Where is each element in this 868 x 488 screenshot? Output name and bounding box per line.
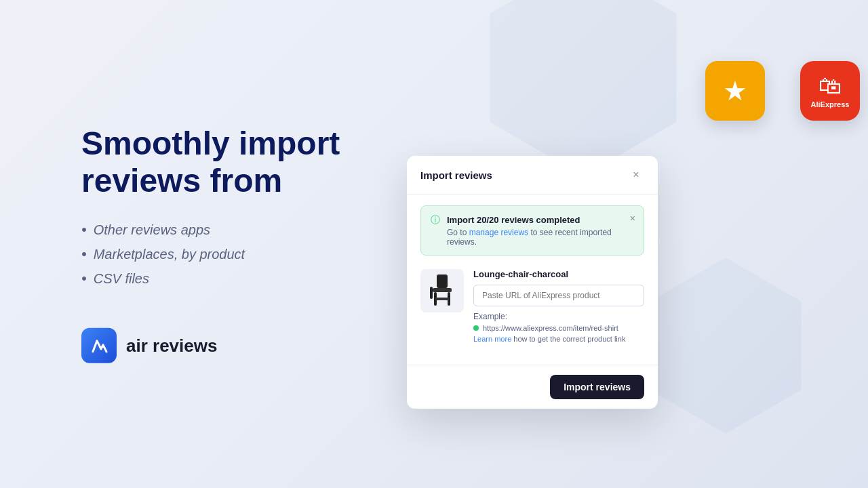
success-title: Import 20/20 reviews completed xyxy=(447,215,580,225)
example-label: Example: xyxy=(473,312,644,321)
import-reviews-button[interactable]: Import reviews xyxy=(550,375,644,399)
modal-title: Import reviews xyxy=(420,169,492,181)
modal-header: Import reviews × xyxy=(407,156,658,195)
success-icon: ⓘ xyxy=(431,214,441,225)
success-desc-prefix: Go to xyxy=(447,228,469,237)
url-input[interactable] xyxy=(473,285,644,306)
success-banner-close[interactable]: × xyxy=(630,213,635,224)
green-dot-icon xyxy=(473,325,479,331)
import-modal: Import reviews × ⓘ Import 20/20 reviews … xyxy=(407,156,658,409)
chair-svg xyxy=(427,273,457,308)
logo-icon xyxy=(81,328,117,363)
bullet-1: Other reviews apps xyxy=(81,221,380,239)
svg-rect-1 xyxy=(433,288,452,292)
success-banner: ⓘ Import 20/20 reviews completed Go to m… xyxy=(420,205,644,256)
modal-close-button[interactable]: × xyxy=(628,167,644,183)
example-url: https://www.aliexpress.com/item/red-shir… xyxy=(473,324,644,332)
svg-rect-4 xyxy=(435,298,449,300)
aliexpress-bag-icon: 🛍 xyxy=(818,73,842,99)
aliexpress-icon: 🛍 AliExpress xyxy=(800,61,860,121)
manage-reviews-link[interactable]: manage reviews xyxy=(469,228,528,237)
learn-more-link[interactable]: Learn more xyxy=(473,335,511,343)
bullet-3: CSV files xyxy=(81,270,380,287)
trustpilot-icon: ★ xyxy=(705,61,765,121)
product-image xyxy=(420,269,464,312)
success-banner-header: ⓘ Import 20/20 reviews completed xyxy=(431,214,634,225)
aliexpress-label: AliExpress xyxy=(811,100,850,109)
logo-area: air reviews xyxy=(81,328,380,363)
headline: Smoothly import reviews from xyxy=(81,125,380,199)
product-row: Lounge-chair-charcoal Example: https://w… xyxy=(420,269,644,343)
learn-more-suffix: how to get the correct product link xyxy=(511,335,625,343)
bg-hex-1 xyxy=(475,0,692,176)
logo-text: air reviews xyxy=(126,336,217,357)
learn-more-row: Learn more how to get the correct produc… xyxy=(473,335,644,343)
trustpilot-star: ★ xyxy=(723,75,747,106)
example-url-text: https://www.aliexpress.com/item/red-shir… xyxy=(483,324,618,332)
product-details: Lounge-chair-charcoal Example: https://w… xyxy=(473,269,644,343)
left-section: Smoothly import reviews from Other revie… xyxy=(81,125,380,363)
product-name: Lounge-chair-charcoal xyxy=(473,269,644,279)
svg-rect-0 xyxy=(437,274,448,288)
success-description: Go to manage reviews to see recent impor… xyxy=(447,228,634,247)
svg-rect-5 xyxy=(430,287,433,299)
feature-list: Other reviews apps Marketplaces, by prod… xyxy=(81,221,380,287)
bullet-2: Marketplaces, by product xyxy=(81,245,380,263)
bg-hex-2 xyxy=(637,258,814,434)
modal-footer: Import reviews xyxy=(407,365,658,409)
modal-body: ⓘ Import 20/20 reviews completed Go to m… xyxy=(407,195,658,365)
